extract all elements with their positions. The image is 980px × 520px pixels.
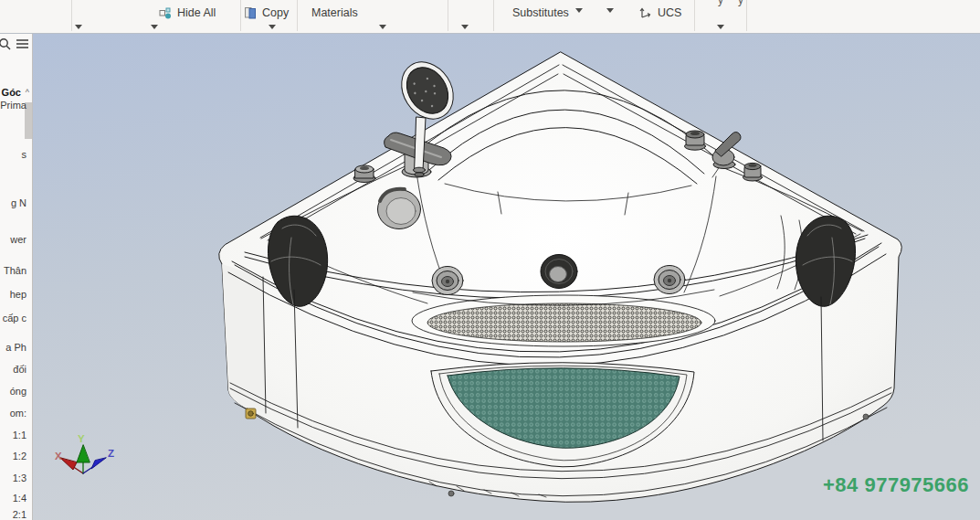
sidebar-item[interactable]: đối [13,364,26,376]
sidebar-item[interactable]: 1:3 [13,472,26,484]
copy-icon [244,6,258,19]
viewport-3d[interactable]: X Y Z [0,0,980,520]
sidebar-item[interactable]: hep [10,289,26,301]
hide-all-label: Hide All [177,6,216,19]
apron-screw-right [863,414,869,419]
materials-label: Materials [311,6,358,19]
sidebar-item[interactable]: 1:2 [13,451,26,462]
application-window: X Y Z +84 977975666 Hide All C [0,0,980,520]
ucs-axis-icon [638,6,653,19]
toolbar-divider [71,0,72,31]
sidebar-item[interactable]: 1:1 [13,430,26,441]
sidebar-item[interactable]: g N [11,197,26,209]
toolbar-divider [694,0,695,31]
copy-button[interactable]: Copy [240,3,292,23]
sidebar-item[interactable]: Prima [0,100,26,111]
deck-knob-right-1[interactable] [685,131,706,150]
watermark-phone: +84 977975666 [823,473,969,497]
ribbon-group-dropdown-arrow[interactable] [75,25,82,29]
ucs-label: UCS [658,6,681,19]
toolbar-divider [493,0,494,31]
deck-knob-right-2[interactable] [743,163,763,181]
sidebar-item[interactable]: 1:4 [13,493,26,504]
ribbon-group-dropdown-arrow[interactable] [151,25,158,29]
clipped-text-remnant: y [718,0,723,6]
apron-screw-center [448,491,454,496]
dropdown-arrow-icon[interactable] [606,8,614,13]
axis-y-label: Y [78,433,85,444]
ribbon-group-dropdown-arrow[interactable] [269,25,276,29]
materials-button[interactable]: Materials [308,3,362,23]
ribbon-toolbar: Hide All Copy Materials Substitutes UCS [0,0,980,34]
ucs-button[interactable]: UCS [635,3,685,23]
substitutes-label: Substitutes [512,6,569,19]
sidebar-item[interactable]: s [22,149,27,161]
clipped-text-remnant: y [738,0,743,6]
menu-icon[interactable] [16,38,29,49]
sidebar-item[interactable]: óng [10,386,26,398]
front-jet-left[interactable] [432,267,463,295]
hide-all-button[interactable]: Hide All [155,3,219,23]
substitutes-dropdown-arrow-icon[interactable] [575,8,583,13]
deck-knob-left[interactable] [353,165,375,183]
collapse-chevron-icon[interactable]: ^ [26,87,29,99]
axis-z-label: Z [108,448,114,459]
search-icon[interactable] [0,37,11,50]
floor-antislip-texture [427,303,701,342]
substitutes-button[interactable]: Substitutes [509,3,573,23]
sidebar-item[interactable]: Góc ^ [2,87,21,99]
sidebar-item[interactable]: om: [10,408,26,419]
ribbon-group-dropdown-arrow[interactable] [717,25,724,29]
sidebar-item[interactable]: cấp c [3,313,26,324]
toolbar-divider [746,0,747,31]
visibility-icon [159,7,173,19]
toolbar-divider [448,0,448,31]
drain-control[interactable] [541,255,577,289]
axis-x-label: X [55,451,62,462]
sidebar-item[interactable]: wer [10,234,26,246]
browser-panel: Góc ^ Prima s g N wer Thân hep cấp c a P… [0,33,33,520]
toolbar-divider [297,0,298,31]
sidebar-item[interactable]: Thân [4,265,26,277]
ribbon-group-dropdown-arrow[interactable] [379,25,386,29]
sidebar-item[interactable]: 2:1 [13,509,26,520]
front-jet-right[interactable] [654,266,685,294]
ribbon-group-dropdown-arrow[interactable] [461,25,469,29]
sidebar-item[interactable]: a Ph [5,342,26,354]
wall-jet-left[interactable] [378,189,421,229]
apron-screw-gold [246,409,256,419]
copy-label: Copy [262,6,289,19]
